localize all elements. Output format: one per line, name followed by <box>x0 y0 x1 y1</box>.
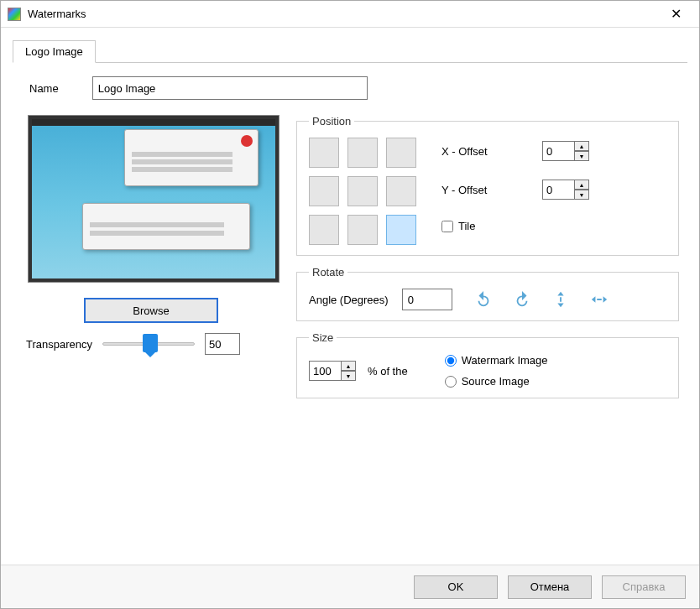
tabpage: Name Browse Transparenc <box>13 63 687 417</box>
size-radio-watermark[interactable] <box>445 355 457 367</box>
titlebar: Watermarks ✕ <box>1 1 699 28</box>
transparency-value[interactable] <box>205 333 240 355</box>
rotate-legend: Rotate <box>309 266 347 278</box>
left-column: Browse Transparency <box>21 115 281 409</box>
angle-label: Angle (Degrees) <box>309 294 389 306</box>
watermarks-dialog: Watermarks ✕ Logo Image Name <box>0 0 700 609</box>
browse-button[interactable]: Browse <box>84 298 218 323</box>
transparency-slider[interactable] <box>102 331 195 357</box>
pos-bottom-right[interactable] <box>386 215 416 245</box>
size-percent-input[interactable] <box>309 361 341 381</box>
position-legend: Position <box>309 115 354 128</box>
flip-horizontal-icon[interactable] <box>588 289 610 310</box>
help-button: Справка <box>602 575 686 599</box>
ok-button[interactable]: OK <box>414 575 498 599</box>
y-offset-label: Y - Offset <box>441 184 509 196</box>
y-offset-spinner[interactable]: ▲ ▼ <box>542 180 589 200</box>
pos-top-left[interactable] <box>309 138 339 168</box>
pos-middle-left[interactable] <box>309 176 339 206</box>
x-offset-input[interactable] <box>542 141 574 161</box>
pos-top-center[interactable] <box>347 138 378 168</box>
close-icon[interactable]: ✕ <box>659 6 692 22</box>
rotate-group: Rotate Angle (Degrees) <box>296 266 679 321</box>
name-label: Name <box>29 82 59 95</box>
pos-middle-center[interactable] <box>347 176 378 206</box>
window-title: Watermarks <box>28 8 659 20</box>
slider-thumb[interactable] <box>143 334 158 352</box>
tile-checkbox[interactable] <box>441 221 453 232</box>
angle-input[interactable] <box>402 289 452 310</box>
x-offset-label: X - Offset <box>441 145 509 158</box>
pos-middle-right[interactable] <box>386 176 416 206</box>
cancel-button[interactable]: Отмена <box>508 575 592 599</box>
pos-bottom-center[interactable] <box>347 215 378 245</box>
tabstrip: Logo Image <box>13 39 687 63</box>
size-percent-label: % of the <box>368 365 408 377</box>
name-row: Name <box>21 76 679 100</box>
size-radio-watermark-text: Watermark Image <box>462 354 548 367</box>
x-offset-up[interactable]: ▲ <box>574 141 589 151</box>
pos-top-right[interactable] <box>386 138 416 168</box>
size-radio-source[interactable] <box>445 376 457 388</box>
logo-preview <box>28 115 279 283</box>
app-icon <box>8 8 21 21</box>
button-bar: OK Отмена Справка <box>1 565 699 608</box>
flip-vertical-icon[interactable] <box>550 289 572 310</box>
pos-bottom-left[interactable] <box>309 215 339 245</box>
size-group: Size ▲ ▼ % of the <box>296 331 679 398</box>
tab-logo-image[interactable]: Logo Image <box>13 40 96 63</box>
preview-image <box>32 119 275 278</box>
size-percent-spinner[interactable]: ▲ ▼ <box>309 361 356 381</box>
transparency-row: Transparency <box>21 331 281 357</box>
position-group: Position <box>296 115 679 256</box>
preview-window-1 <box>124 129 259 186</box>
right-column: Position <box>296 115 679 409</box>
y-offset-down[interactable]: ▼ <box>574 190 589 200</box>
size-radio-source-label[interactable]: Source Image <box>445 375 548 388</box>
y-offset-input[interactable] <box>542 180 574 200</box>
name-input[interactable] <box>92 76 368 100</box>
size-radio-watermark-label[interactable]: Watermark Image <box>445 354 548 367</box>
position-grid <box>309 138 416 245</box>
client-area: Logo Image Name Browse <box>1 28 699 565</box>
rotate-ccw-icon[interactable] <box>473 289 494 310</box>
size-percent-down[interactable]: ▼ <box>341 371 356 381</box>
preview-window-2 <box>82 203 250 250</box>
x-offset-down[interactable]: ▼ <box>574 151 589 161</box>
rotate-cw-icon[interactable] <box>511 289 533 310</box>
y-offset-up[interactable]: ▲ <box>574 180 589 190</box>
tile-label: Tile <box>458 220 475 232</box>
x-offset-spinner[interactable]: ▲ ▼ <box>542 141 589 161</box>
size-percent-up[interactable]: ▲ <box>341 361 356 371</box>
size-legend: Size <box>309 331 337 344</box>
transparency-label: Transparency <box>26 338 92 351</box>
size-radio-source-text: Source Image <box>462 375 530 388</box>
